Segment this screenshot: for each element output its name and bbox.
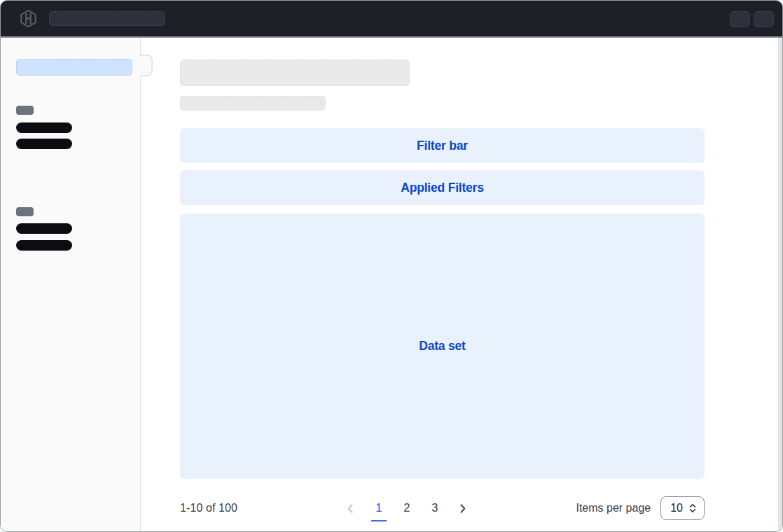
header-action-skeleton-1: [730, 11, 750, 27]
sidebar-section-label-skeleton-1: [16, 106, 34, 115]
sidebar: [1, 36, 141, 531]
items-per-page-value: 10: [670, 502, 683, 514]
page-number: 2: [399, 495, 415, 522]
sidebar-item-skeleton-4: [16, 240, 72, 251]
pagination-bar: 1-10 of 100 1 2 3 Items per: [180, 493, 705, 524]
page-subtitle-skeleton: [180, 96, 326, 111]
applied-filters-placeholder: Applied Filters: [180, 170, 705, 205]
app-header: [1, 1, 782, 36]
hashicorp-logo-icon[interactable]: [19, 9, 38, 28]
sidebar-selected-item-skeleton: [16, 59, 132, 76]
data-set-label: Data set: [419, 339, 466, 354]
app-window: Filter bar Applied Filters Data set 1-10…: [0, 0, 783, 532]
sidebar-item-skeleton-1: [16, 122, 72, 133]
page-number: 3: [427, 495, 443, 522]
items-per-page-label: Items per page: [576, 502, 651, 514]
data-set-placeholder: Data set: [180, 214, 705, 479]
scrollbar-track[interactable]: [778, 36, 782, 531]
header-action-skeleton-2: [754, 11, 774, 27]
items-per-page: Items per page 10: [576, 496, 705, 520]
main-content: Filter bar Applied Filters Data set 1-10…: [141, 36, 778, 531]
sidebar-item-skeleton-2: [16, 139, 72, 149]
chevron-right-icon[interactable]: [454, 494, 472, 522]
sidebar-item-skeleton-3: [16, 223, 72, 234]
page-number: 1: [371, 495, 387, 522]
items-per-page-select[interactable]: 10: [660, 496, 705, 520]
page-button-1[interactable]: 1: [370, 494, 388, 522]
header-search-skeleton: [49, 11, 165, 26]
unfold-chevrons-icon: [688, 503, 698, 514]
sidebar-collapse-toggle[interactable]: [140, 55, 153, 76]
pager: 1 2 3: [342, 494, 472, 522]
page-button-3[interactable]: 3: [426, 494, 444, 522]
chevron-left-icon[interactable]: [342, 494, 360, 522]
applied-filters-label: Applied Filters: [401, 181, 484, 195]
pagination-range-label: 1-10 of 100: [180, 502, 237, 514]
page-title-skeleton: [180, 59, 410, 86]
sidebar-section-label-skeleton-2: [16, 207, 34, 216]
filter-bar-label: Filter bar: [417, 139, 468, 153]
page-button-2[interactable]: 2: [398, 494, 416, 522]
filter-bar-placeholder: Filter bar: [180, 128, 705, 163]
